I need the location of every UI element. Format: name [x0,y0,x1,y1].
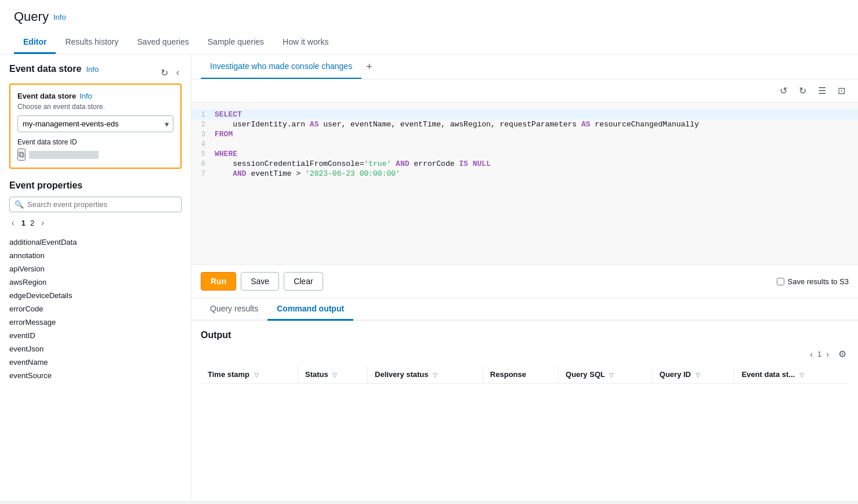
results-tabs: Query results Command output [191,298,858,321]
results-table-wrapper: Time stamp ▽ Status ▽ Delivery status ▽ … [201,365,849,384]
list-item[interactable]: apiVersion [9,262,182,275]
eds-sublabel: Choose an event data store. [17,103,173,111]
pagination: ‹ 1 2 › [9,217,182,229]
format-button[interactable]: ☰ [814,83,830,99]
list-item[interactable]: eventSource [9,369,182,382]
add-tab-button[interactable]: + [361,56,377,78]
settings-icon[interactable]: ⚙ [836,347,849,361]
collapse-button[interactable]: ‹ [174,66,182,79]
save-s3-checkbox[interactable] [777,278,784,285]
th-status[interactable]: Status ▽ [298,365,368,384]
output-area: Output ‹ 1 › ⚙ Time stamp ▽ [191,321,858,501]
eds-section-title: Event data store [9,64,81,74]
results-prev-button[interactable]: ‹ [808,349,815,360]
eds-info-link[interactable]: Info [86,65,99,74]
line-content: FROM [215,130,858,139]
results-page-num: 1 [817,350,821,358]
next-page-button[interactable]: › [39,217,46,229]
line-content: SELECT [215,110,858,119]
editor-toolbar: ↺ ↻ ☰ ⊡ [191,79,858,103]
search-input[interactable] [27,200,176,209]
list-item[interactable]: annotation [9,249,182,262]
line-num: 1 [191,111,215,119]
line-num: 6 [191,160,215,168]
results-next-button[interactable]: › [824,349,831,360]
sort-icon: ▽ [696,372,700,378]
action-bar: Run Save Clear Save results to S3 [191,265,858,298]
info-button[interactable]: ⊡ [834,83,849,99]
event-properties-list: additionalEventData annotation apiVersio… [9,235,182,382]
list-item[interactable]: edgeDeviceDetails [9,289,182,302]
results-table: Time stamp ▽ Status ▽ Delivery status ▽ … [201,365,849,384]
search-box: 🔍 [9,197,182,212]
redo-button[interactable]: ↻ [795,83,810,99]
line-num: 5 [191,150,215,158]
refresh-button[interactable]: ↻ [158,66,171,79]
line-num: 7 [191,170,215,178]
list-item[interactable]: eventJson [9,342,182,356]
eds-label-text: Event data store [17,92,76,100]
results-pagination: ‹ 1 › [808,349,831,360]
list-item[interactable]: additionalEventData [9,235,182,249]
output-title: Output [201,330,849,340]
page-info-link[interactable]: Info [53,13,66,21]
undo-button[interactable]: ↺ [776,83,791,99]
sort-icon: ▽ [254,372,259,378]
clear-button[interactable]: Clear [284,272,323,291]
list-item[interactable]: eventName [9,356,182,369]
main-tabs: Editor Results history Saved queries Sam… [14,31,844,54]
line-content [215,140,858,148]
query-tab-active[interactable]: Investigate who made console changes [201,55,361,79]
tab-how-it-works[interactable]: How it works [273,31,338,54]
save-s3-label: Save results to S3 [788,277,849,286]
eds-id-label: Event data store ID [17,138,173,146]
th-response[interactable]: Response [483,365,558,384]
sidebar: Event data store Info ↻ ‹ Event data sto… [0,55,191,501]
list-item[interactable]: errorMessage [9,316,182,329]
save-button[interactable]: Save [241,272,279,291]
tab-results-history[interactable]: Results history [56,31,128,54]
line-num: 2 [191,121,215,129]
line-content: sessionCredentialFromConsole='true' AND … [215,159,858,168]
tab-saved-queries[interactable]: Saved queries [128,31,198,54]
eds-box: Event data store Info Choose an event da… [9,84,182,169]
eds-label-info[interactable]: Info [79,92,92,100]
list-item[interactable]: errorCode [9,302,182,316]
th-event-data-store[interactable]: Event data st... ▽ [734,365,849,384]
eds-id-masked [29,151,99,159]
tab-command-output[interactable]: Command output [267,298,353,321]
list-item[interactable]: eventID [9,329,182,342]
page-title: Query [14,9,49,24]
th-query-id[interactable]: Query ID ▽ [652,365,734,384]
sort-icon: ▽ [609,372,614,378]
content-area: Investigate who made console changes + ↺… [191,55,858,501]
eds-select[interactable]: my-management-events-eds [17,115,173,132]
tab-sample-queries[interactable]: Sample queries [198,31,273,54]
th-delivery-status[interactable]: Delivery status ▽ [368,365,483,384]
code-editor[interactable]: 1 SELECT 2 userIdentity.arn AS user, eve… [191,103,858,265]
prev-page-button[interactable]: ‹ [9,217,17,229]
run-button[interactable]: Run [201,272,236,291]
line-content: AND eventTime > '2023-06-23 00:00:00' [215,169,858,178]
sort-icon: ▽ [433,372,437,378]
search-icon: 🔍 [15,200,24,209]
event-properties-title: Event properties [9,180,182,191]
page-current: 1 [21,219,26,227]
list-item[interactable]: awsRegion [9,275,182,289]
line-num: 4 [191,140,215,148]
sort-icon: ▽ [332,372,337,378]
th-timestamp[interactable]: Time stamp ▽ [201,365,298,384]
tab-editor[interactable]: Editor [14,31,56,54]
sort-icon: ▽ [799,372,804,378]
query-tabs-bar: Investigate who made console changes + [191,55,858,79]
line-content: userIdentity.arn AS user, eventName, eve… [215,120,858,129]
line-num: 3 [191,130,215,139]
line-content: WHERE [215,150,858,158]
tab-query-results[interactable]: Query results [201,298,267,321]
th-query-sql[interactable]: Query SQL ▽ [559,365,653,384]
copy-id-button[interactable]: ⧉ [17,148,26,161]
page-separator: 2 [30,219,34,227]
